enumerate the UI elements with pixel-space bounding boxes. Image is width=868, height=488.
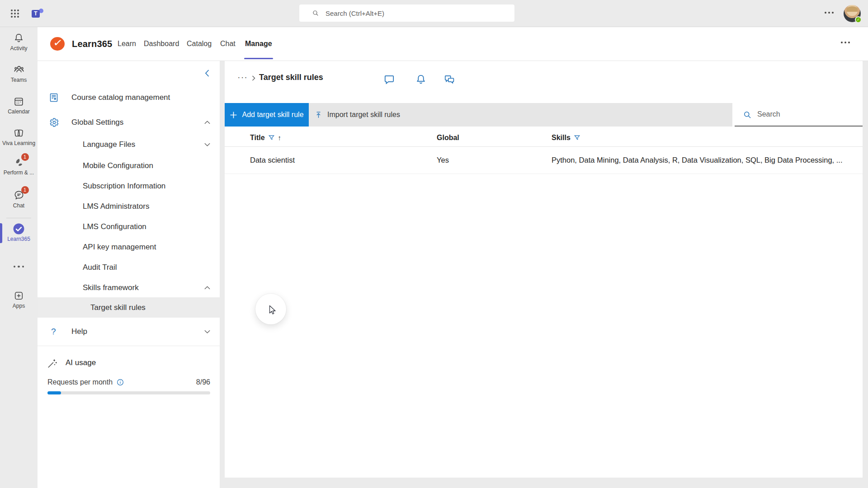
teams-logo-t: T: [32, 10, 40, 18]
rail-label: Teams: [11, 77, 27, 83]
cell-global: Yes: [437, 156, 552, 164]
teams-top-bar: T ✓: [0, 0, 868, 27]
waffle-menu-icon[interactable]: [11, 9, 19, 18]
sidebar-collapse-button[interactable]: [202, 67, 215, 80]
column-header-global[interactable]: Global: [437, 134, 552, 142]
sidebar-item-lms-administrators[interactable]: LMS Administrators: [38, 196, 220, 216]
manage-sidebar: Course catalog management Global Setting…: [38, 61, 220, 488]
sidebar-item-course-catalog-management[interactable]: Course catalog management: [38, 87, 220, 108]
chevron-up-icon: [204, 286, 211, 290]
sidebar-item-subscription-information[interactable]: Subscription Information: [38, 176, 220, 196]
table-row[interactable]: Data scientist Yes Python, Data Mining, …: [225, 147, 863, 174]
gear-icon: [48, 117, 59, 128]
column-header-skills[interactable]: Skills: [552, 134, 863, 142]
cell-skills: Python, Data Mining, Data Analysis, R, D…: [552, 156, 863, 164]
ai-usage-progress-fill: [47, 391, 61, 394]
chevron-up-icon: [204, 120, 211, 125]
sidebar-item-help[interactable]: ? Help: [38, 321, 220, 342]
sidebar-item-label: LMS Administrators: [83, 202, 149, 211]
rail-label: Calendar: [8, 108, 30, 115]
mouse-cursor-icon: [267, 305, 277, 316]
import-target-skill-rules-button[interactable]: Import target skill rules: [314, 103, 400, 127]
comment-icon: [383, 74, 395, 85]
activity-bell-icon: [13, 33, 24, 44]
rail-item-apps[interactable]: Apps: [0, 289, 38, 311]
table-toolbar: Add target skill rule Import target skil…: [225, 103, 732, 127]
rail-item-calendar[interactable]: Calendar: [0, 95, 38, 117]
upload-icon: [314, 111, 323, 119]
topbar-more-icon[interactable]: [825, 12, 834, 14]
cell-title: Data scientist: [250, 156, 437, 164]
rail-label: Learn365: [7, 236, 30, 242]
sidebar-item-audit-trail[interactable]: Audit Trail: [38, 257, 220, 277]
sidebar-item-skills-framework[interactable]: Skills framework: [38, 277, 220, 298]
add-target-skill-rule-button[interactable]: Add target skill rule: [225, 103, 309, 127]
rail-item-activity[interactable]: Activity: [0, 32, 38, 53]
rail-label: Perform & ...: [4, 169, 34, 176]
sidebar-item-lms-configuration[interactable]: LMS Configuration: [38, 216, 220, 237]
apps-icon: [13, 290, 24, 301]
tab-catalog[interactable]: Catalog: [187, 27, 212, 61]
global-search-input[interactable]: [299, 5, 514, 22]
breadcrumb-chevron-icon: [251, 75, 256, 81]
sidebar-item-mobile-configuration[interactable]: Mobile Configuration: [38, 155, 220, 176]
tab-learn[interactable]: Learn: [118, 27, 136, 61]
ai-usage-progress-bar: [47, 391, 210, 394]
table-search: [735, 103, 863, 127]
user-avatar[interactable]: ✓: [844, 5, 861, 22]
requests-label: Requests per month: [47, 378, 113, 386]
sidebar-item-global-settings[interactable]: Global Settings: [38, 112, 220, 132]
sidebar-item-label: API key management: [83, 243, 156, 252]
sidebar-divider: [38, 346, 220, 346]
rail-label: Viva Learning: [2, 140, 35, 146]
rail-item-learn365[interactable]: Learn365: [0, 222, 38, 244]
table-header: Title ↑ Global Skills: [225, 129, 863, 147]
presence-available-icon: ✓: [855, 16, 862, 23]
rail-item-chat[interactable]: 1 Chat: [0, 189, 38, 211]
filter-icon[interactable]: [268, 135, 275, 141]
comment-button[interactable]: [383, 74, 395, 85]
target-skill-rules-page: ··· Target skill rules Add target skill …: [225, 61, 863, 478]
feedback-button[interactable]: [443, 74, 455, 85]
sidebar-item-label: Help: [71, 327, 87, 336]
document-icon: [48, 92, 59, 103]
rail-divider: [6, 218, 31, 218]
avatar-image: [847, 6, 858, 12]
perform-badge: 1: [21, 153, 29, 161]
sidebar-item-target-skill-rules[interactable]: Target skill rules: [38, 297, 220, 318]
teams-people-icon: [13, 64, 25, 75]
sidebar-item-label: Audit Trail: [83, 263, 117, 272]
rail-item-viva-learning[interactable]: Viva Learning: [0, 127, 38, 148]
requests-per-month-row: Requests per month 8/96: [47, 375, 210, 389]
calendar-icon: [13, 96, 24, 107]
notifications-button[interactable]: [415, 74, 427, 85]
info-icon[interactable]: [116, 378, 124, 386]
ai-usage-title: AI usage: [66, 358, 96, 367]
plus-icon: [230, 111, 237, 119]
breadcrumb-overflow-icon[interactable]: ···: [237, 72, 248, 82]
rail-item-teams[interactable]: Teams: [0, 63, 38, 85]
rail-more-icon[interactable]: [0, 263, 38, 270]
ai-usage-section[interactable]: AI usage: [38, 354, 220, 372]
sidebar-item-label: Skills framework: [83, 283, 139, 292]
tab-manage[interactable]: Manage: [245, 27, 272, 61]
sidebar-item-language-files[interactable]: Language Files: [38, 134, 220, 155]
question-icon: ?: [51, 327, 56, 337]
rail-label: Activity: [10, 45, 27, 52]
tab-chat[interactable]: Chat: [220, 27, 236, 61]
column-header-title[interactable]: Title ↑: [250, 134, 437, 142]
sidebar-item-api-key-management[interactable]: API key management: [38, 237, 220, 257]
header-more-icon[interactable]: [841, 42, 850, 43]
tab-dashboard[interactable]: Dashboard: [144, 27, 179, 61]
rail-item-perform[interactable]: 1 Perform & ...: [0, 156, 38, 178]
sidebar-item-label: Course catalog management: [71, 93, 170, 102]
filter-icon[interactable]: [574, 135, 580, 141]
teams-logo-icon[interactable]: T: [32, 8, 43, 19]
magic-wand-icon: [47, 357, 58, 369]
table-search-input[interactable]: [735, 103, 863, 126]
viva-learning-icon: [13, 127, 24, 139]
sidebar-item-label: Language Files: [83, 140, 135, 149]
bell-icon: [415, 74, 427, 85]
global-search: [299, 5, 514, 22]
sort-ascending-icon[interactable]: ↑: [278, 134, 282, 141]
